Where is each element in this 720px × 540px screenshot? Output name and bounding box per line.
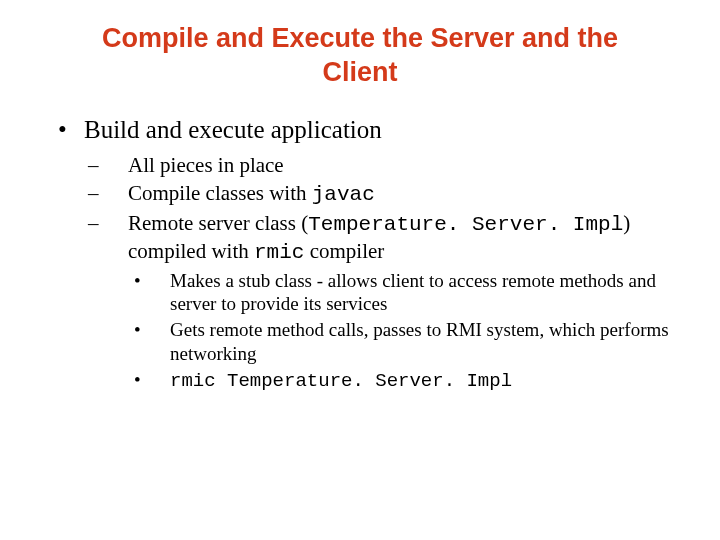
bullet-icon: •: [152, 269, 170, 293]
lvl2-text: All pieces in place: [128, 153, 284, 177]
list-item: –Remote server class (Temperature. Serve…: [108, 210, 680, 267]
dash-icon: –: [108, 180, 128, 206]
slide-title: Compile and Execute the Server and the C…: [70, 22, 650, 90]
lvl3-text: Gets remote method calls, passes to RMI …: [170, 319, 669, 364]
list-item: –All pieces in place: [108, 152, 680, 178]
lvl2-text-pre: Remote server class (: [128, 211, 308, 235]
lvl3-text: Makes a stub class - allows client to ac…: [170, 270, 656, 315]
slide: Compile and Execute the Server and the C…: [0, 0, 720, 540]
list-item: •Build and execute application: [58, 116, 680, 144]
dash-icon: –: [108, 152, 128, 178]
code-text: rmic: [254, 241, 304, 264]
lvl2-text-pre: Compile classes with: [128, 181, 312, 205]
lvl1-text: Build and execute application: [84, 116, 382, 143]
code-text: rmic Temperature. Server. Impl: [170, 370, 512, 392]
dash-icon: –: [108, 210, 128, 236]
bullet-icon: •: [58, 116, 84, 144]
list-item: –Compile classes with javac: [108, 180, 680, 208]
list-item: •rmic Temperature. Server. Impl: [152, 368, 680, 394]
lvl2-text-post: compiler: [304, 239, 384, 263]
code-text: javac: [312, 183, 375, 206]
bullet-icon: •: [152, 368, 170, 392]
bullet-icon: •: [152, 318, 170, 342]
list-item: •Gets remote method calls, passes to RMI…: [152, 318, 680, 366]
code-text: Temperature. Server. Impl: [308, 213, 623, 236]
list-item: •Makes a stub class - allows client to a…: [152, 269, 680, 317]
